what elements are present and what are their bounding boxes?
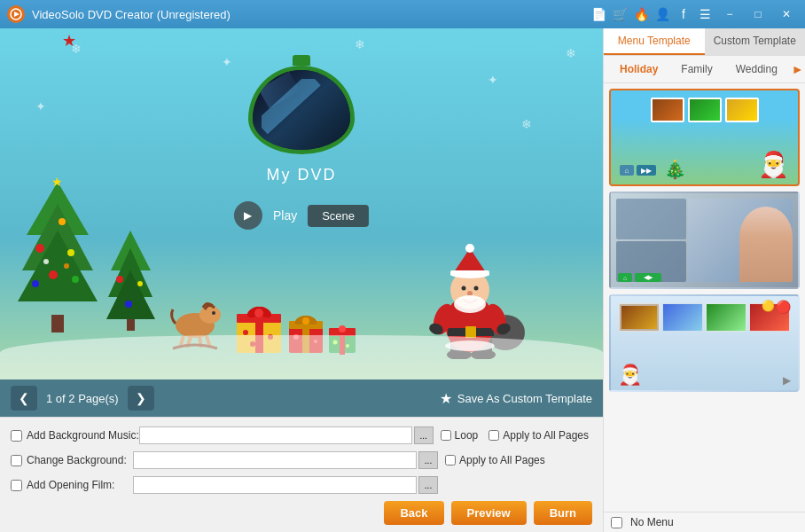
svg-point-7 [35, 244, 44, 253]
dvd-preview: ❄ ✦ ❄ ✦ ❄ ✦ ❄ ★ [0, 28, 603, 379]
svg-line-74 [262, 79, 315, 128]
svg-point-10 [72, 276, 79, 283]
christmas-tree-small [106, 226, 155, 335]
control-buttons: ▶ Play Scene [234, 201, 369, 230]
svg-point-9 [49, 270, 58, 279]
prev-page-button[interactable]: ❮ [11, 386, 37, 411]
bg-music-browse-button[interactable]: ... [414, 426, 434, 444]
category-wedding[interactable]: Wedding [727, 61, 786, 77]
menu-icon[interactable]: ☰ [697, 6, 713, 22]
christmas-tree-large: ★ ★ [18, 173, 98, 335]
next-page-button[interactable]: ❯ [128, 386, 154, 411]
action-buttons: Back Preview Burn [11, 501, 592, 525]
preview-button[interactable]: Preview [451, 501, 527, 525]
main-container: ❄ ✦ ❄ ✦ ❄ ✦ ❄ ★ [0, 28, 805, 532]
burn-button[interactable]: Burn [534, 501, 592, 525]
svg-point-43 [302, 317, 309, 325]
close-button[interactable]: ✕ [775, 5, 798, 23]
svg-point-20 [137, 281, 143, 286]
template-thumb-1[interactable]: ⌂ ▶▶ 🎅 🎄 [609, 89, 800, 186]
save-template-button[interactable]: ★ Save As Custom Template [440, 390, 592, 407]
apply-all-pages-2-label: Apply to All Pages [459, 454, 545, 466]
category-family[interactable]: Family [672, 61, 721, 77]
no-menu-label: No Menu [630, 516, 674, 528]
apply-all-pages-1-checkbox[interactable] [488, 430, 499, 441]
change-bg-row: Change Background: ... Apply to All Page… [11, 450, 592, 471]
file-icon[interactable]: 📄 [590, 6, 606, 22]
red-star: ★ [62, 31, 76, 51]
svg-point-72 [454, 295, 486, 313]
template-thumb-2[interactable]: ⌂ ◀▶ [609, 192, 800, 289]
svg-point-49 [339, 325, 346, 332]
apply-all-pages-1-label: Apply to All Pages [503, 429, 589, 442]
opening-film-checkbox[interactable] [11, 480, 22, 491]
svg-rect-73 [450, 270, 489, 276]
facebook-icon[interactable]: f [676, 6, 692, 22]
title-icons: 📄 🛒 🔥 👤 f ☰ − □ ✕ [590, 5, 798, 23]
svg-point-23 [199, 306, 221, 324]
change-bg-checkbox[interactable] [11, 455, 22, 466]
template-list: ⌂ ▶▶ 🎅 🎄 [604, 83, 805, 512]
tab-custom-template[interactable]: Custom Template [705, 28, 806, 55]
snowflake: ❄ [355, 37, 365, 51]
bg-music-row: Add Background Music: ... Loop Apply to … [11, 425, 592, 446]
opening-film-label: Add Opening Film: [27, 479, 133, 491]
page-info: 1 of 2 Page(s) [46, 392, 119, 405]
snowflake: ❄ [521, 117, 532, 131]
svg-point-14 [64, 263, 69, 269]
dvd-title: My DVD [267, 166, 337, 184]
svg-point-28 [212, 311, 215, 315]
category-arrow-right[interactable]: ► [792, 62, 804, 76]
svg-point-69 [462, 286, 466, 291]
page-nav: ❮ 1 of 2 Page(s) ❯ ★ Save As Custom Temp… [0, 379, 603, 417]
apply-all-pages-2-checkbox[interactable] [445, 455, 456, 466]
snow-ground [0, 335, 603, 379]
right-panel: Menu Template Custom Template Holiday Fa… [603, 28, 805, 532]
save-template-label: Save As Custom Template [457, 392, 592, 405]
fire-icon[interactable]: 🔥 [633, 6, 649, 22]
play-button[interactable]: ▶ [234, 201, 262, 230]
opening-film-input[interactable] [133, 476, 417, 494]
snowflake: ✦ [488, 73, 498, 87]
bg-music-input[interactable] [139, 426, 412, 444]
template-tabs: Menu Template Custom Template [604, 28, 805, 56]
back-button[interactable]: Back [384, 501, 443, 525]
minimize-button[interactable]: − [718, 5, 741, 23]
svg-marker-1 [14, 12, 20, 17]
opening-film-browse-button[interactable]: ... [418, 476, 438, 494]
maximize-button[interactable]: □ [746, 5, 770, 23]
opening-film-row: Add Opening Film: ... [11, 474, 592, 496]
no-menu-checkbox[interactable] [611, 517, 622, 528]
tab-menu-template[interactable]: Menu Template [604, 28, 705, 55]
svg-text:★: ★ [51, 175, 63, 189]
category-holiday[interactable]: Holiday [611, 61, 667, 77]
loop-label: Loop [455, 429, 479, 442]
title-bar: VideoSolo DVD Creator (Unregistered) 📄 🛒… [0, 0, 805, 28]
svg-point-11 [32, 280, 39, 287]
no-menu-row: No Menu [604, 512, 805, 532]
svg-rect-2 [51, 315, 64, 332]
change-bg-label: Change Background: [27, 454, 133, 466]
loop-checkbox[interactable] [441, 430, 451, 441]
snowflake: ✦ [222, 55, 232, 69]
change-bg-input[interactable] [133, 451, 417, 469]
template-thumb-3[interactable]: 🎅 🔴 🟡 ▶ [609, 294, 800, 392]
cart-icon[interactable]: 🛒 [612, 6, 628, 22]
ornament-frame [248, 55, 355, 153]
preview-area: ❄ ✦ ❄ ✦ ❄ ✦ ❄ ★ [0, 28, 603, 532]
svg-point-12 [59, 218, 66, 225]
app-title: VideoSolo DVD Creator (Unregistered) [32, 8, 590, 21]
bottom-controls: Add Background Music: ... Loop Apply to … [0, 417, 603, 532]
user-icon[interactable]: 👤 [654, 6, 670, 22]
play-label: Play [273, 208, 297, 223]
svg-point-19 [116, 276, 123, 283]
svg-point-13 [43, 259, 49, 264]
category-tabs: Holiday Family Wedding ► [604, 56, 805, 83]
change-bg-browse-button[interactable]: ... [418, 451, 438, 469]
star-icon: ★ [440, 390, 452, 407]
svg-point-8 [67, 249, 74, 256]
bg-music-checkbox[interactable] [11, 430, 22, 442]
scene-button[interactable]: Scene [308, 205, 369, 227]
app-logo [7, 5, 25, 23]
svg-point-70 [474, 286, 479, 291]
